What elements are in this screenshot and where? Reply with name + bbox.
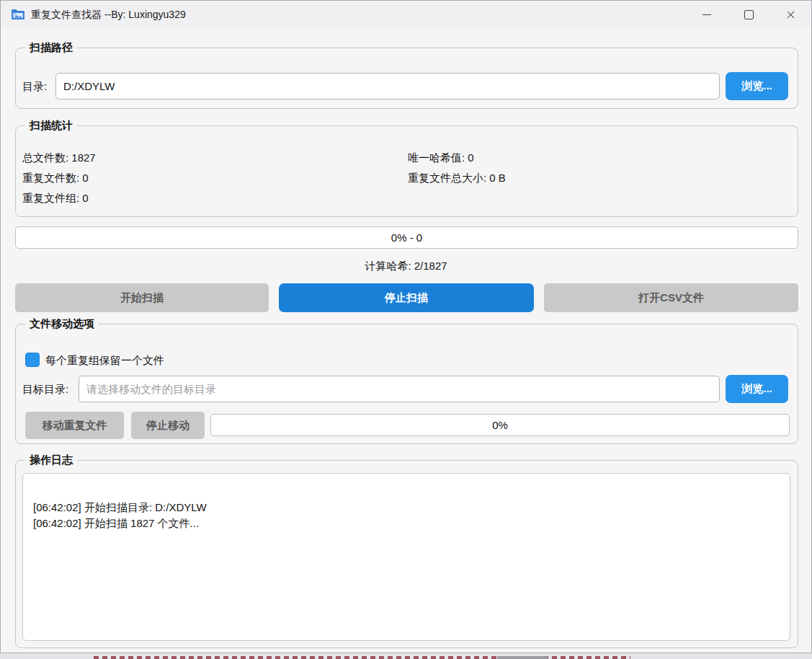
directory-input[interactable] [55,73,720,99]
app-window: 重复文件查找器 --By: Luxingyu329 扫描路径 目录: 浏览...… [0,0,812,653]
scan-progress-text: 0% - 0 [391,231,422,244]
minimize-icon [702,14,711,15]
screen: 重复文件查找器 --By: Luxingyu329 扫描路径 目录: 浏览...… [0,0,812,659]
move-progress-text: 0% [492,419,508,431]
app-folder-icon [11,7,25,22]
log-line: [06:42:02] 开始扫描 1827 个文件... [33,516,790,531]
stat-unique-hashes: 唯一哈希值: 0 [408,151,474,165]
scan-stats-group-title: 扫描统计 [25,119,77,133]
scan-stats-group: 扫描统计 [15,125,798,217]
open-csv-button[interactable]: 打开CSV文件 [544,283,798,312]
target-directory-input[interactable] [79,376,720,402]
scan-progress-bar: 0% - 0 [15,226,798,249]
move-progress-bar: 0% [210,414,790,436]
window-title: 重复文件查找器 --By: Luxingyu329 [31,1,186,28]
stop-move-button[interactable]: 停止移动 [131,412,205,439]
stop-scan-button[interactable]: 停止扫描 [279,283,534,312]
stat-duplicate-groups: 重复文件组: 0 [22,192,89,205]
maximize-button[interactable] [728,1,769,28]
background-window-sliver [0,653,812,659]
hash-status-text: 计算哈希: 2/1827 [1,260,811,273]
move-options-group-title: 文件移动选项 [25,317,99,331]
log-group-title: 操作日志 [25,454,77,467]
directory-label: 目录: [22,80,47,94]
target-directory-label: 目标目录: [22,383,68,397]
log-line: [06:42:02] 开始扫描目录: D:/XDYLW [33,500,790,516]
move-browse-button[interactable]: 浏览... [726,375,788,403]
log-area[interactable]: [06:42:02] 开始扫描目录: D:/XDYLW [06:42:02] 开… [22,473,790,641]
background-window-text-fragment [94,656,630,659]
move-duplicates-button[interactable]: 移动重复文件 [25,412,124,439]
keep-one-checkbox[interactable] [25,353,40,367]
close-button[interactable] [769,1,811,28]
scan-path-group-title: 扫描路径 [25,41,77,55]
background-window-gray-fragment [497,656,548,659]
stat-duplicate-files: 重复文件数: 0 [22,172,89,185]
scan-browse-button[interactable]: 浏览... [726,72,788,100]
start-scan-button[interactable]: 开始扫描 [15,283,269,312]
stat-total-files: 总文件数: 1827 [22,151,96,165]
close-icon [786,10,795,19]
titlebar[interactable]: 重复文件查找器 --By: Luxingyu329 [1,1,811,28]
keep-one-label: 每个重复组保留一个文件 [45,354,164,368]
maximize-icon [744,10,754,19]
stat-duplicate-size: 重复文件总大小: 0 B [408,172,506,185]
minimize-button[interactable] [686,1,728,28]
